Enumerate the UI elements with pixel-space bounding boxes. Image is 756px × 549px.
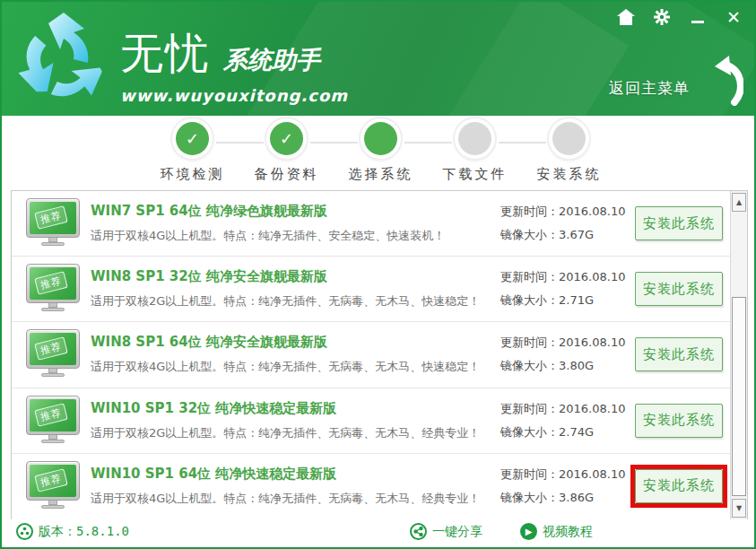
update-time: 更新时间：2016.08.10 <box>500 466 625 483</box>
monitor-icon: 推荐 <box>26 461 80 511</box>
brand-url: www.wuyouxitong.com <box>120 86 348 105</box>
system-title: WIN8 SP1 64位 纯净安全旗舰最新版 <box>91 334 327 351</box>
scroll-up-icon[interactable]: ▲ <box>732 193 746 212</box>
install-button-wrap: 安装此系统 <box>635 206 723 240</box>
install-button[interactable]: 安装此系统 <box>635 404 723 438</box>
home-icon[interactable] <box>614 7 638 27</box>
system-title: WIN10 SP1 32位 纯净快速稳定最新版 <box>91 400 336 417</box>
minimize-button[interactable] <box>686 7 709 27</box>
window-controls: ✕ <box>614 7 745 27</box>
recommended-badge: 推荐 <box>34 271 68 295</box>
step-env-check: ✓ 环境检测 <box>145 122 239 188</box>
install-button-wrap: 安装此系统 <box>635 404 723 438</box>
monitor-icon: 推荐 <box>26 329 80 379</box>
progress-steps: ✓ 环境检测 ✓ 备份资料 选择系统 下载文件 安装系统 <box>145 122 616 188</box>
system-row-win8-64[interactable]: 推荐 WIN8 SP1 64位 纯净安全旗舰最新版 适用于双核4G以上机型。特点… <box>12 322 730 388</box>
install-button[interactable]: 安装此系统 <box>635 337 723 371</box>
monitor-icon: 推荐 <box>26 264 80 314</box>
monitor-icon: 推荐 <box>26 396 80 446</box>
step-install: 安装系统 <box>522 122 616 188</box>
install-button[interactable]: 安装此系统 <box>635 272 723 306</box>
return-main-menu-label: 返回主菜单 <box>609 78 690 99</box>
video-icon: ▶ <box>520 523 537 540</box>
share-link[interactable]: 一键分享 <box>410 523 482 540</box>
recycle-logo-icon <box>14 5 113 111</box>
brand-subtitle: 系统助手 <box>223 44 320 76</box>
update-time: 更新时间：2016.08.10 <box>500 401 625 417</box>
highlight-annotation-box: 安装此系统 <box>635 469 723 503</box>
step-dot <box>458 122 491 155</box>
update-time: 更新时间：2016.08.10 <box>500 335 625 351</box>
step-dot <box>552 122 586 155</box>
system-title: WIN7 SP1 64位 纯净绿色旗舰最新版 <box>91 203 327 220</box>
brand: 无忧 系统助手 www.wuyouxitong.com <box>120 25 348 105</box>
footer: 版本：5.8.1.0 一键分享 ▶ 视频教程 <box>2 519 754 547</box>
image-size: 镜像大小：3.86G <box>500 490 594 506</box>
step-label: 安装系统 <box>537 166 602 183</box>
system-description: 适用于双核4G以上机型。特点：纯净无插件、无病毒、无木马、经典专业！ <box>91 491 480 507</box>
system-row-win8-32[interactable]: 推荐 WIN8 SP1 32位 纯净安全旗舰最新版 适用于双核2G以上机型。特点… <box>12 257 730 322</box>
recommended-badge: 推荐 <box>34 337 68 362</box>
recommended-badge: 推荐 <box>34 468 68 492</box>
system-row-win7-64[interactable]: 推荐 WIN7 SP1 64位 纯净绿色旗舰最新版 适用于双核4G以上机型。特点… <box>12 191 730 257</box>
step-backup: ✓ 备份资料 <box>239 122 334 188</box>
monitor-icon: 推荐 <box>26 198 80 248</box>
scroll-down-icon[interactable]: ▼ <box>732 499 746 518</box>
install-button-wrap: 安装此系统 <box>635 337 723 371</box>
system-title: WIN8 SP1 32位 纯净安全旗舰最新版 <box>91 268 327 285</box>
scrollbar-thumb[interactable] <box>732 297 746 496</box>
system-description: 适用于双核4G以上机型。特点：纯净无插件、无病毒、无木马、快速稳定！ <box>91 359 480 375</box>
system-description: 适用于双核2G以上机型。特点：纯净无插件、无病毒、无木马、经典专业！ <box>91 425 480 441</box>
return-arrow-icon <box>688 54 743 106</box>
video-tutorial-link[interactable]: ▶ 视频教程 <box>520 523 593 540</box>
version-icon <box>16 523 33 540</box>
step-label: 下载文件 <box>443 166 508 183</box>
app-window: 无忧 系统助手 www.wuyouxitong.com <box>0 0 756 549</box>
update-time: 更新时间：2016.08.10 <box>500 204 625 220</box>
image-size: 镜像大小：3.80G <box>500 358 594 374</box>
image-size: 镜像大小：3.67G <box>500 227 594 243</box>
image-size: 镜像大小：2.74G <box>500 424 594 440</box>
install-button[interactable]: 安装此系统 <box>635 206 723 240</box>
step-dot <box>364 122 397 155</box>
brand-title: 无忧 <box>120 25 210 83</box>
close-button[interactable]: ✕ <box>722 7 745 27</box>
system-list: 推荐 WIN7 SP1 64位 纯净绿色旗舰最新版 适用于双核4G以上机型。特点… <box>11 190 748 520</box>
install-button-wrap: 安装此系统 <box>635 272 723 306</box>
image-size: 镜像大小：2.71G <box>500 292 594 309</box>
recommended-badge: 推荐 <box>34 205 68 230</box>
step-select-system: 选择系统 <box>334 122 428 188</box>
version-info: 版本：5.8.1.0 <box>16 523 129 540</box>
video-label: 视频教程 <box>543 524 593 540</box>
return-main-menu-button[interactable]: 返回主菜单 <box>609 54 743 106</box>
system-description: 适用于双核2G以上机型。特点：纯净无插件、无病毒、无木马、快速稳定！ <box>91 293 480 309</box>
step-label: 环境检测 <box>161 166 225 183</box>
update-time: 更新时间：2016.08.10 <box>500 269 625 285</box>
step-check-icon: ✓ <box>176 122 209 155</box>
gear-icon[interactable] <box>650 7 673 27</box>
header: 无忧 系统助手 www.wuyouxitong.com <box>2 2 754 116</box>
recommended-badge: 推荐 <box>34 403 68 427</box>
step-label: 备份资料 <box>255 166 319 183</box>
share-icon <box>410 523 427 540</box>
system-row-win10-32[interactable]: 推荐 WIN10 SP1 32位 纯净快速稳定最新版 适用于双核2G以上机型。特… <box>12 388 730 454</box>
step-download: 下载文件 <box>428 122 522 188</box>
step-check-icon: ✓ <box>270 122 303 155</box>
system-row-win10-64[interactable]: 推荐 WIN10 SP1 64位 纯净快速稳定最新版 适用于双核4G以上机型。特… <box>12 454 730 519</box>
scrollbar[interactable]: ▲ ▼ <box>730 191 747 519</box>
step-label: 选择系统 <box>349 166 413 183</box>
system-rows: 推荐 WIN7 SP1 64位 纯净绿色旗舰最新版 适用于双核4G以上机型。特点… <box>12 191 730 519</box>
install-button-highlighted[interactable]: 安装此系统 <box>635 469 723 503</box>
system-title: WIN10 SP1 64位 纯净快速稳定最新版 <box>91 466 336 483</box>
share-label: 一键分享 <box>432 524 482 540</box>
version-label: 版本：5.8.1.0 <box>39 524 129 540</box>
system-description: 适用于双核4G以上机型。特点：纯净无插件、安全稳定、快速装机！ <box>91 228 445 244</box>
